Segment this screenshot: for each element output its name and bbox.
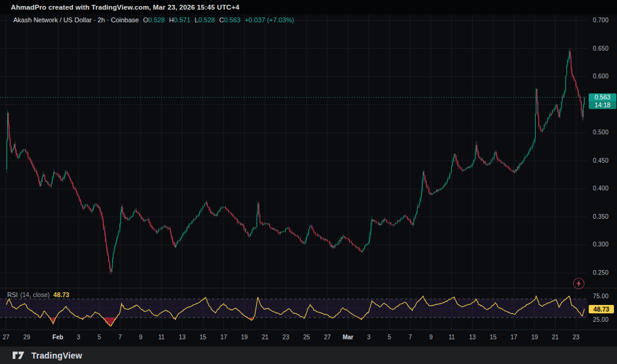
low-value: 0.528 xyxy=(198,16,215,24)
tradingview-logo-link[interactable]: TradingView xyxy=(12,351,82,360)
time-tick-label: 3 xyxy=(367,334,371,340)
time-tick-label: 25 xyxy=(303,334,310,340)
tradingview-chart-screenshot: AhmadPro created with TradingView.com, M… xyxy=(0,0,617,364)
time-tick-label: 9 xyxy=(429,334,433,340)
time-tick-label: 17 xyxy=(510,334,517,340)
tradingview-wordmark: TradingView xyxy=(31,351,82,360)
high-label: H xyxy=(169,16,174,24)
high-value: 0.571 xyxy=(174,16,191,24)
time-tick-label: 5 xyxy=(388,334,392,340)
time-tick-label: 7 xyxy=(409,334,412,340)
time-axis[interactable]: 2729Feb3579111315171921232527Mar35791113… xyxy=(0,0,617,347)
rsi-current-value: 48.73 xyxy=(54,291,69,298)
bar-countdown: 14:18 xyxy=(589,101,616,109)
rsi-params: (14, close) xyxy=(20,291,50,298)
time-tick-label: 23 xyxy=(572,334,579,340)
symbol-legend[interactable]: Akash Network / US Dollar · 2h · Coinbas… xyxy=(13,16,294,24)
open-value: 0.528 xyxy=(148,16,165,24)
time-tick-label: 27 xyxy=(324,334,331,340)
time-tick-label: 23 xyxy=(283,334,289,340)
rsi-value-badge: 48.73 xyxy=(589,305,614,313)
flash-boost-button[interactable] xyxy=(573,278,584,289)
last-price-value: 0.563 xyxy=(589,93,616,101)
time-tick-label: 29 xyxy=(23,334,30,340)
time-tick-label: 15 xyxy=(490,334,496,340)
time-tick-label: 21 xyxy=(552,334,559,340)
rsi-legend[interactable]: RSI(14, close)48.73 xyxy=(7,291,69,298)
time-tick-label: 7 xyxy=(118,334,122,340)
time-tick-label: 13 xyxy=(469,334,475,340)
time-tick-label: 5 xyxy=(98,334,101,340)
symbol-title[interactable]: Akash Network / US Dollar · 2h · Coinbas… xyxy=(13,16,139,24)
time-tick-label: 19 xyxy=(531,334,538,340)
open-label: O xyxy=(143,16,148,24)
time-tick-label: 21 xyxy=(262,334,268,340)
time-tick-label: 11 xyxy=(158,334,164,340)
footer-bar: TradingView xyxy=(0,347,617,364)
time-tick-label: 13 xyxy=(179,334,186,340)
attribution-bar: AhmadPro created with TradingView.com, M… xyxy=(0,0,617,14)
time-tick-label: 27 xyxy=(2,334,9,340)
tradingview-logo-icon xyxy=(12,351,27,360)
close-value: 0.563 xyxy=(224,16,241,24)
change-value: +0.037 (+7.03%) xyxy=(245,16,294,24)
close-label: C xyxy=(219,16,224,24)
time-tick-month-label: Mar xyxy=(343,334,354,340)
lightning-bolt-icon xyxy=(576,280,581,287)
time-tick-label: 19 xyxy=(241,334,248,340)
time-tick-label: 9 xyxy=(139,334,143,340)
rsi-indicator-name[interactable]: RSI xyxy=(7,291,18,298)
time-tick-label: 15 xyxy=(199,334,206,340)
attribution-text: AhmadPro created with TradingView.com, M… xyxy=(11,4,239,11)
last-price-badge: 0.563 14:18 xyxy=(589,93,616,109)
time-tick-label: 11 xyxy=(448,334,454,340)
time-tick-label: 3 xyxy=(77,334,81,340)
time-tick-month-label: Feb xyxy=(52,334,63,340)
time-tick-label: 17 xyxy=(221,334,227,340)
